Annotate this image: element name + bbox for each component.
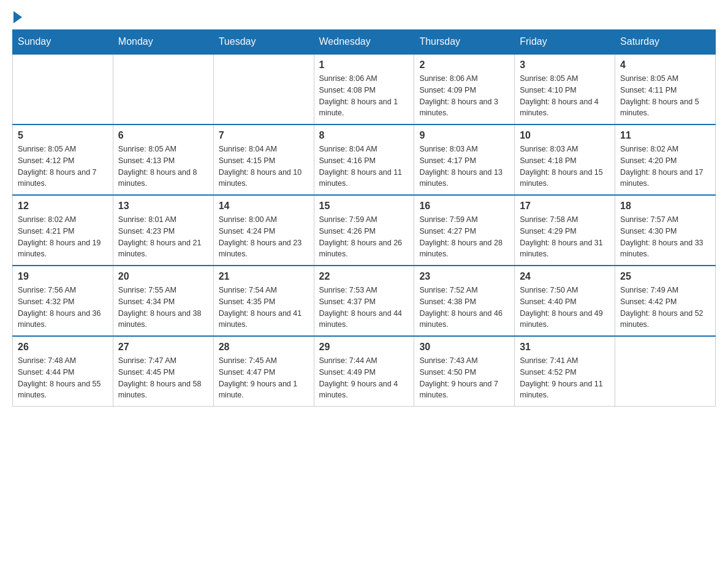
calendar-cell: 31Sunrise: 7:41 AM Sunset: 4:52 PM Dayli… <box>515 336 615 407</box>
calendar-cell: 5Sunrise: 8:05 AM Sunset: 4:12 PM Daylig… <box>13 124 113 195</box>
calendar-cell: 28Sunrise: 7:45 AM Sunset: 4:47 PM Dayli… <box>213 336 314 407</box>
day-number: 25 <box>620 271 710 282</box>
day-number: 22 <box>319 271 409 282</box>
calendar-cell: 19Sunrise: 7:56 AM Sunset: 4:32 PM Dayli… <box>13 266 113 336</box>
day-number: 2 <box>419 59 509 71</box>
calendar-cell: 15Sunrise: 7:59 AM Sunset: 4:26 PM Dayli… <box>314 195 414 266</box>
calendar-week-2: 5Sunrise: 8:05 AM Sunset: 4:12 PM Daylig… <box>13 124 716 195</box>
calendar-cell: 1Sunrise: 8:06 AM Sunset: 4:08 PM Daylig… <box>314 54 414 124</box>
day-number: 26 <box>18 342 108 353</box>
day-number: 10 <box>520 130 610 141</box>
day-info: Sunrise: 8:04 AM Sunset: 4:16 PM Dayligh… <box>319 144 409 190</box>
day-number: 7 <box>219 130 309 141</box>
calendar-cell: 23Sunrise: 7:52 AM Sunset: 4:38 PM Dayli… <box>414 266 515 336</box>
day-number: 30 <box>419 342 509 353</box>
calendar-header-friday: Friday <box>515 30 615 55</box>
calendar-header-sunday: Sunday <box>13 30 113 55</box>
day-number: 11 <box>620 130 710 141</box>
day-info: Sunrise: 7:44 AM Sunset: 4:49 PM Dayligh… <box>319 355 409 401</box>
calendar-header-monday: Monday <box>113 30 213 55</box>
day-info: Sunrise: 8:06 AM Sunset: 4:09 PM Dayligh… <box>419 73 509 119</box>
calendar-cell: 3Sunrise: 8:05 AM Sunset: 4:10 PM Daylig… <box>515 54 615 124</box>
calendar-header-saturday: Saturday <box>615 30 716 55</box>
calendar-cell: 4Sunrise: 8:05 AM Sunset: 4:11 PM Daylig… <box>615 54 716 124</box>
calendar-week-5: 26Sunrise: 7:48 AM Sunset: 4:44 PM Dayli… <box>13 336 716 407</box>
day-info: Sunrise: 8:02 AM Sunset: 4:20 PM Dayligh… <box>620 144 710 190</box>
calendar-cell <box>615 336 716 407</box>
calendar-cell <box>213 54 314 124</box>
day-number: 13 <box>118 201 208 212</box>
calendar-cell: 13Sunrise: 8:01 AM Sunset: 4:23 PM Dayli… <box>113 195 213 266</box>
page-header <box>12 12 716 23</box>
calendar-cell: 16Sunrise: 7:59 AM Sunset: 4:27 PM Dayli… <box>414 195 515 266</box>
calendar-cell: 18Sunrise: 7:57 AM Sunset: 4:30 PM Dayli… <box>615 195 716 266</box>
day-info: Sunrise: 7:52 AM Sunset: 4:38 PM Dayligh… <box>419 285 509 331</box>
calendar-cell: 29Sunrise: 7:44 AM Sunset: 4:49 PM Dayli… <box>314 336 414 407</box>
calendar-cell: 24Sunrise: 7:50 AM Sunset: 4:40 PM Dayli… <box>515 266 615 336</box>
calendar-cell: 14Sunrise: 8:00 AM Sunset: 4:24 PM Dayli… <box>213 195 314 266</box>
day-info: Sunrise: 8:04 AM Sunset: 4:15 PM Dayligh… <box>219 144 309 190</box>
day-number: 18 <box>620 201 710 212</box>
day-info: Sunrise: 7:47 AM Sunset: 4:45 PM Dayligh… <box>118 355 208 401</box>
day-info: Sunrise: 7:43 AM Sunset: 4:50 PM Dayligh… <box>419 355 509 401</box>
calendar-cell: 6Sunrise: 8:05 AM Sunset: 4:13 PM Daylig… <box>113 124 213 195</box>
day-number: 4 <box>620 59 710 71</box>
day-info: Sunrise: 7:48 AM Sunset: 4:44 PM Dayligh… <box>18 355 108 401</box>
day-number: 16 <box>419 201 509 212</box>
calendar-cell: 2Sunrise: 8:06 AM Sunset: 4:09 PM Daylig… <box>414 54 515 124</box>
calendar-cell: 21Sunrise: 7:54 AM Sunset: 4:35 PM Dayli… <box>213 266 314 336</box>
calendar-cell <box>13 54 113 124</box>
calendar-header-thursday: Thursday <box>414 30 515 55</box>
calendar-cell: 27Sunrise: 7:47 AM Sunset: 4:45 PM Dayli… <box>113 336 213 407</box>
day-info: Sunrise: 8:06 AM Sunset: 4:08 PM Dayligh… <box>319 73 409 119</box>
day-info: Sunrise: 7:49 AM Sunset: 4:42 PM Dayligh… <box>620 285 710 331</box>
day-number: 28 <box>219 342 309 353</box>
day-number: 1 <box>319 59 409 71</box>
day-number: 14 <box>219 201 309 212</box>
day-info: Sunrise: 8:05 AM Sunset: 4:12 PM Dayligh… <box>18 144 108 190</box>
calendar-cell: 25Sunrise: 7:49 AM Sunset: 4:42 PM Dayli… <box>615 266 716 336</box>
day-number: 12 <box>18 201 108 212</box>
day-info: Sunrise: 8:00 AM Sunset: 4:24 PM Dayligh… <box>219 214 309 260</box>
day-number: 27 <box>118 342 208 353</box>
day-number: 23 <box>419 271 509 282</box>
day-info: Sunrise: 7:54 AM Sunset: 4:35 PM Dayligh… <box>219 285 309 331</box>
day-info: Sunrise: 8:05 AM Sunset: 4:13 PM Dayligh… <box>118 144 208 190</box>
logo-arrow-icon <box>13 11 22 23</box>
day-number: 17 <box>520 201 610 212</box>
day-number: 24 <box>520 271 610 282</box>
calendar-cell: 30Sunrise: 7:43 AM Sunset: 4:50 PM Dayli… <box>414 336 515 407</box>
day-info: Sunrise: 7:59 AM Sunset: 4:26 PM Dayligh… <box>319 214 409 260</box>
day-number: 20 <box>118 271 208 282</box>
day-number: 15 <box>319 201 409 212</box>
day-info: Sunrise: 8:05 AM Sunset: 4:11 PM Dayligh… <box>620 73 710 119</box>
calendar-cell: 9Sunrise: 8:03 AM Sunset: 4:17 PM Daylig… <box>414 124 515 195</box>
logo <box>12 12 22 23</box>
day-info: Sunrise: 8:03 AM Sunset: 4:17 PM Dayligh… <box>419 144 509 190</box>
calendar-week-1: 1Sunrise: 8:06 AM Sunset: 4:08 PM Daylig… <box>13 54 716 124</box>
calendar-table: SundayMondayTuesdayWednesdayThursdayFrid… <box>12 29 716 407</box>
calendar-header-tuesday: Tuesday <box>213 30 314 55</box>
calendar-cell: 22Sunrise: 7:53 AM Sunset: 4:37 PM Dayli… <box>314 266 414 336</box>
day-number: 9 <box>419 130 509 141</box>
day-info: Sunrise: 7:59 AM Sunset: 4:27 PM Dayligh… <box>419 214 509 260</box>
day-info: Sunrise: 7:41 AM Sunset: 4:52 PM Dayligh… <box>520 355 610 401</box>
calendar-cell: 11Sunrise: 8:02 AM Sunset: 4:20 PM Dayli… <box>615 124 716 195</box>
day-info: Sunrise: 7:57 AM Sunset: 4:30 PM Dayligh… <box>620 214 710 260</box>
calendar-cell: 10Sunrise: 8:03 AM Sunset: 4:18 PM Dayli… <box>515 124 615 195</box>
day-number: 8 <box>319 130 409 141</box>
day-info: Sunrise: 7:53 AM Sunset: 4:37 PM Dayligh… <box>319 285 409 331</box>
day-number: 31 <box>520 342 610 353</box>
day-info: Sunrise: 7:50 AM Sunset: 4:40 PM Dayligh… <box>520 285 610 331</box>
day-info: Sunrise: 7:45 AM Sunset: 4:47 PM Dayligh… <box>219 355 309 401</box>
calendar-week-3: 12Sunrise: 8:02 AM Sunset: 4:21 PM Dayli… <box>13 195 716 266</box>
calendar-header-row: SundayMondayTuesdayWednesdayThursdayFrid… <box>13 30 716 55</box>
calendar-week-4: 19Sunrise: 7:56 AM Sunset: 4:32 PM Dayli… <box>13 266 716 336</box>
day-number: 6 <box>118 130 208 141</box>
day-number: 29 <box>319 342 409 353</box>
day-info: Sunrise: 7:56 AM Sunset: 4:32 PM Dayligh… <box>18 285 108 331</box>
calendar-cell: 7Sunrise: 8:04 AM Sunset: 4:15 PM Daylig… <box>213 124 314 195</box>
day-number: 19 <box>18 271 108 282</box>
day-info: Sunrise: 8:01 AM Sunset: 4:23 PM Dayligh… <box>118 214 208 260</box>
day-info: Sunrise: 7:58 AM Sunset: 4:29 PM Dayligh… <box>520 214 610 260</box>
